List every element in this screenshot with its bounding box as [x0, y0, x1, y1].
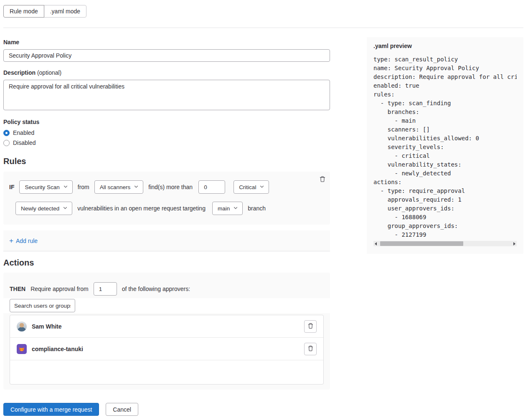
- trash-icon: [319, 177, 326, 184]
- branch-value: main: [218, 205, 230, 212]
- vulnerability-state-dropdown[interactable]: Newly detected: [15, 202, 72, 215]
- scroll-right-icon[interactable]: [513, 242, 515, 245]
- policy-status-disabled-option: Disabled: [3, 139, 330, 147]
- yaml-preview-code: type: scan_result_policy name: Security …: [373, 55, 517, 239]
- then-keyword: THEN: [10, 286, 25, 292]
- add-rule-section: + Add rule: [3, 230, 330, 251]
- chevron-down-icon: [233, 205, 238, 212]
- delete-rule-button[interactable]: [318, 175, 327, 183]
- tab-yaml-mode[interactable]: .yaml mode: [44, 5, 86, 18]
- horizontal-scrollbar[interactable]: [373, 241, 517, 246]
- approvers-list: Sam White: [10, 315, 324, 385]
- approver-name: Sam White: [32, 323, 304, 330]
- rules-heading: Rules: [3, 157, 330, 166]
- name-input[interactable]: [3, 49, 330, 62]
- description-label: Description (optional): [3, 69, 330, 76]
- approvals-required-input[interactable]: [94, 282, 117, 296]
- remove-approver-button[interactable]: [304, 343, 317, 355]
- approver-name: compliance-tanuki: [32, 346, 304, 352]
- yaml-preview-panel: .yaml preview type: scan_result_policy n…: [367, 37, 523, 254]
- name-label: Name: [3, 39, 330, 46]
- policy-status-enabled-option: Enabled: [3, 129, 330, 137]
- action-card: THEN Require approval from of the follow…: [3, 273, 330, 390]
- approver-row: compliance-tanuki: [10, 338, 323, 360]
- branch-dropdown[interactable]: main: [212, 202, 243, 215]
- form-footer: Configure with a merge request Cancel: [3, 403, 330, 416]
- scan-type-value: Security Scan: [25, 184, 59, 190]
- find-more-than-label: find(s) more than: [148, 184, 193, 190]
- chevron-down-icon: [134, 184, 139, 190]
- enabled-radio[interactable]: [3, 130, 10, 136]
- rule-card: IF Security Scan from All scanners: [3, 172, 330, 225]
- rule-row-2: Newly detected vulnerabilities in an ope…: [9, 202, 313, 215]
- tab-rule-mode[interactable]: Rule mode: [3, 5, 44, 18]
- plus-icon: +: [9, 237, 13, 244]
- if-keyword: IF: [9, 184, 14, 190]
- approver-search-row: [3, 298, 330, 313]
- yaml-preview-column: .yaml preview type: scan_result_policy n…: [367, 37, 523, 254]
- then-row: THEN Require approval from of the follow…: [3, 282, 330, 296]
- scan-type-dropdown[interactable]: Security Scan: [19, 180, 72, 194]
- remove-approver-button[interactable]: [304, 320, 317, 333]
- scroll-left-icon[interactable]: [375, 242, 377, 245]
- scrollbar-thumb[interactable]: [380, 241, 463, 246]
- severity-dropdown[interactable]: Critical: [234, 180, 269, 194]
- rule-row-1: IF Security Scan from All scanners: [9, 180, 313, 194]
- configure-merge-request-button[interactable]: Configure with a merge request: [3, 403, 99, 416]
- require-approval-label: Require approval from: [30, 286, 89, 292]
- vulnerability-state-value: Newly detected: [21, 205, 59, 212]
- policy-editor-page: Rule mode .yaml mode Name Description (o…: [0, 0, 528, 420]
- targeting-label: vulnerabilities in an open merge request…: [77, 205, 206, 212]
- scanners-dropdown[interactable]: All scanners: [94, 180, 144, 194]
- add-rule-button[interactable]: + Add rule: [9, 237, 38, 244]
- description-input[interactable]: Require approval for all critical vulner…: [3, 80, 330, 110]
- disabled-radio-label[interactable]: Disabled: [13, 139, 36, 146]
- search-users-groups-input[interactable]: [10, 299, 75, 312]
- description-optional-text: (optional): [37, 69, 61, 76]
- tanuki-icon: [18, 345, 25, 353]
- vulnerabilities-count-input[interactable]: [198, 180, 225, 194]
- trash-icon: [307, 345, 314, 353]
- chevron-down-icon: [63, 184, 68, 190]
- enabled-radio-label[interactable]: Enabled: [13, 129, 34, 136]
- cancel-button[interactable]: Cancel: [106, 403, 138, 416]
- branch-label: branch: [248, 205, 266, 212]
- yaml-preview-title: .yaml preview: [373, 43, 517, 49]
- chevron-down-icon: [63, 205, 68, 212]
- from-label: from: [78, 184, 89, 190]
- actions-heading: Actions: [3, 258, 330, 268]
- approver-row: Sam White: [10, 315, 323, 338]
- chevron-down-icon: [259, 184, 264, 190]
- mode-switcher: Rule mode .yaml mode: [3, 5, 523, 18]
- trash-icon: [307, 323, 314, 330]
- add-rule-label: Add rule: [16, 238, 38, 244]
- user-avatar: [17, 321, 27, 331]
- disabled-radio[interactable]: [3, 140, 10, 146]
- severity-value: Critical: [239, 184, 256, 190]
- scanners-value: All scanners: [100, 184, 131, 190]
- of-approvers-label: of the following approvers:: [122, 286, 190, 292]
- policy-status-label: Policy status: [3, 119, 330, 125]
- description-label-text: Description: [3, 69, 36, 76]
- tanuki-avatar: [17, 344, 27, 354]
- policy-form: Name Description (optional) Require appr…: [3, 28, 330, 416]
